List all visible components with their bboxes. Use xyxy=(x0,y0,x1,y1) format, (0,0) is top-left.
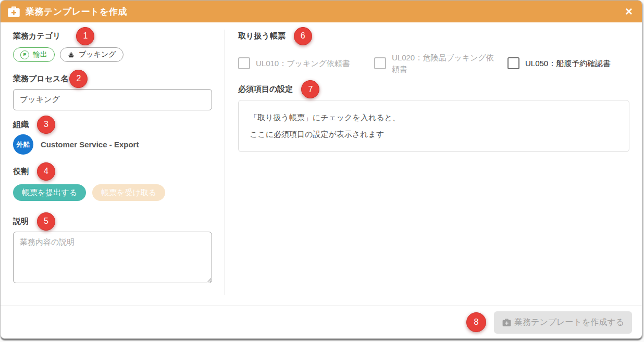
create-template-button-label: 業務テンプレートを作成する xyxy=(514,317,624,328)
step-badge-8: 8 xyxy=(466,312,486,332)
organization-name: Customer Service - Export xyxy=(41,140,139,149)
process-name-label: 業務プロセス名 xyxy=(13,74,68,84)
checkbox-item-ul010: UL010：ブッキング依頼書 xyxy=(238,57,365,69)
step-badge-3: 3 xyxy=(37,116,55,134)
left-column: 業務カテゴリ 1 E 輸出 ブッキング xyxy=(13,30,225,295)
export-pill-label: 輸出 xyxy=(33,50,47,59)
modal-footer: 8 業務テンプレートを作成する xyxy=(1,306,642,338)
checkbox-ul010 xyxy=(238,57,250,69)
submit-documents-role-button[interactable]: 帳票を提出する xyxy=(13,184,86,201)
info-line-2: ここに必須項目の設定が表示されます xyxy=(250,126,618,143)
organization-label: 組織 xyxy=(13,120,29,130)
close-icon[interactable]: × xyxy=(625,5,633,18)
category-label: 業務カテゴリ xyxy=(13,31,60,41)
checkbox-ul020-label: UL020：危険品ブッキング依頼書 xyxy=(392,52,498,75)
organization-avatar: 外船 xyxy=(13,134,33,155)
required-fields-label-row: 必須項目の設定 7 xyxy=(238,83,629,96)
right-column: 取り扱う帳票 6 UL010：ブッキング依頼書 UL020：危険品ブッキング依頼… xyxy=(225,30,629,295)
role-label: 役割 xyxy=(13,167,29,176)
checkbox-item-ul050: UL050：船腹予約確認書 xyxy=(507,57,611,69)
export-category-pill[interactable]: E 輸出 xyxy=(13,47,55,62)
modal-title: 業務テンプレートを作成 xyxy=(26,6,127,18)
booking-pill-label: ブッキング xyxy=(79,50,116,59)
step-badge-7: 7 xyxy=(301,80,319,98)
documents-checkbox-row: UL010：ブッキング依頼書 UL020：危険品ブッキング依頼書 UL050：船… xyxy=(238,52,629,75)
description-textarea[interactable] xyxy=(13,232,212,283)
checkbox-ul050[interactable] xyxy=(507,57,519,69)
role-button-row: 帳票を提出する 帳票を受け取る xyxy=(13,184,212,201)
step-badge-6: 6 xyxy=(294,27,312,45)
documents-label-row: 取り扱う帳票 6 xyxy=(238,30,629,42)
process-label-row: 業務プロセス名 2 xyxy=(13,72,212,85)
description-label-row: 説明 5 xyxy=(13,215,212,227)
category-label-row: 業務カテゴリ 1 xyxy=(13,30,212,42)
booking-category-pill[interactable]: ブッキング xyxy=(60,47,123,62)
required-fields-label: 必須項目の設定 xyxy=(238,84,293,94)
create-template-modal: 業務テンプレートを作成 × 業務カテゴリ 1 E 輸出 xyxy=(0,0,642,339)
documents-label: 取り扱う帳票 xyxy=(238,31,286,41)
step-badge-2: 2 xyxy=(69,70,88,88)
ship-icon xyxy=(67,51,75,59)
process-name-input[interactable] xyxy=(13,89,212,110)
checkbox-ul050-label: UL050：船腹予約確認書 xyxy=(525,58,611,69)
briefcase-plus-icon xyxy=(7,5,21,19)
step-badge-4: 4 xyxy=(37,162,55,181)
modal-body: 業務カテゴリ 1 E 輸出 ブッキング xyxy=(1,22,642,306)
role-label-row: 役割 4 xyxy=(13,165,212,178)
create-template-button[interactable]: 業務テンプレートを作成する xyxy=(494,311,632,334)
category-pill-row: E 輸出 ブッキング xyxy=(13,47,212,62)
organization-row: 外船 Customer Service - Export xyxy=(13,134,212,155)
checkbox-ul020 xyxy=(374,57,386,69)
modal-header: 業務テンプレートを作成 × xyxy=(1,1,642,22)
description-label: 説明 xyxy=(13,217,29,226)
receive-documents-role-button[interactable]: 帳票を受け取る xyxy=(92,184,165,201)
export-circle-icon: E xyxy=(20,50,29,59)
step-badge-5: 5 xyxy=(37,212,55,231)
required-fields-info-box: 「取り扱う帳票」にチェックを入れると、 ここに必須項目の設定が表示されます xyxy=(238,100,629,153)
checkbox-ul010-label: UL010：ブッキング依頼書 xyxy=(256,58,350,69)
step-badge-1: 1 xyxy=(76,27,94,45)
organization-label-row: 組織 3 xyxy=(13,118,212,131)
briefcase-plus-gray-icon xyxy=(502,318,512,327)
checkbox-item-ul020: UL020：危険品ブッキング依頼書 xyxy=(374,52,498,75)
info-line-1: 「取り扱う帳票」にチェックを入れると、 xyxy=(250,109,618,126)
